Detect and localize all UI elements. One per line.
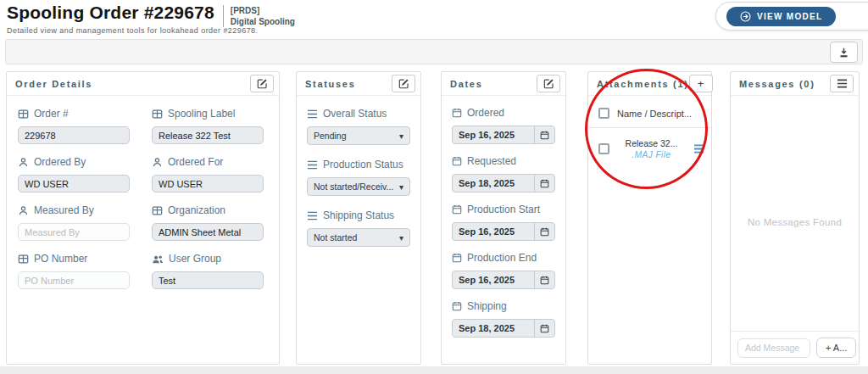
field-ordered-for: Ordered For [152,156,264,193]
field-shipping-date: Shipping Sep 18, 2025 [452,300,555,338]
edit-icon [398,78,409,89]
add-attachment-button[interactable]: + [689,75,713,92]
order-details-edit-button[interactable] [250,75,274,92]
statuses-edit-button[interactable] [392,75,415,92]
select-all-checkbox[interactable] [598,108,609,119]
messages-footer: + A... [731,331,859,364]
view-model-label: VIEW MODEL [757,12,822,21]
grid-icon [152,109,163,120]
field-label: Shipping [467,300,507,312]
attachment-menu-icon[interactable] [693,144,704,154]
production-end-date-input[interactable]: Sep 16, 2025 [452,271,555,289]
select-value: Pending [314,131,347,141]
download-icon [837,47,850,59]
ordered-by-input[interactable] [18,175,130,193]
production-status-select[interactable]: Not started/Receiv... [307,177,410,196]
po-number-input[interactable] [18,271,130,289]
field-label: User Group [169,253,221,265]
attachment-row[interactable]: Release 32... .MAJ File [588,136,711,161]
list-icon [307,211,318,220]
ordered-date-input[interactable]: Sep 16, 2025 [452,126,555,144]
field-label: Measured By [34,204,94,216]
field-production-status: Production Status Not started/Receiv... [307,159,410,196]
organization-input[interactable] [152,223,264,241]
field-shipping-status: Shipping Status Not started [307,209,410,247]
list-icon [307,160,318,170]
attachments-header: Attachments (1) + [588,72,711,96]
field-overall-status: Overall Status Pending [307,108,410,145]
spooling-label-input[interactable] [152,126,264,144]
view-model-container: VIEW MODEL [715,2,868,31]
user-group-input[interactable] [152,271,264,289]
order-details-form: Order # Spooling Label Ordered By Ordere… [7,96,279,301]
dates-edit-button[interactable] [537,75,560,92]
production-start-date-input[interactable]: Sep 16, 2025 [452,222,555,241]
field-label: Ordered For [168,156,223,168]
select-value: Not started/Receiv... [314,181,393,192]
shipping-date-input[interactable]: Sep 18, 2025 [452,319,555,338]
people-icon [152,254,164,265]
field-organization: Organization [152,204,264,241]
calendar-icon[interactable] [534,126,554,143]
menu-icon [837,79,848,88]
statuses-form: Overall Status Pending Production Status… [297,96,420,247]
measured-by-input[interactable] [18,223,130,241]
chevron-down-icon [399,232,403,243]
order-number-input[interactable] [18,126,130,144]
date-value: Sep 16, 2025 [453,275,534,285]
no-messages-text: No Messages Found [748,217,842,227]
statuses-panel: Statuses Overall Status Pending Producti… [296,71,421,365]
dates-form: Ordered Sep 16, 2025 Requested Sep 18, 2… [442,96,565,338]
field-label: Ordered [467,107,504,119]
calendar-icon[interactable] [534,320,554,337]
calendar-icon [452,108,462,118]
statuses-header: Statuses [297,72,420,96]
requested-date-input[interactable]: Sep 18, 2025 [452,174,555,193]
order-details-panel: Order Details Order # Spooling Label Ord… [6,71,280,365]
dates-title: Dates [450,79,482,89]
page-title: Spooling Order #229678 [7,3,214,23]
attachment-type: .MAJ File [617,149,686,161]
shipping-status-select[interactable]: Not started [307,228,410,247]
calendar-icon [452,301,462,311]
download-button[interactable] [830,42,858,63]
date-value: Sep 16, 2025 [453,226,534,237]
calendar-icon[interactable] [534,223,554,240]
statuses-title: Statuses [305,79,355,89]
messages-body: No Messages Found [731,96,859,298]
plus-icon: + [698,78,704,89]
field-label: Overall Status [323,108,387,120]
add-message-button[interactable]: + A... [816,338,856,358]
field-production-start-date: Production Start Sep 16, 2025 [452,204,555,241]
attachment-checkbox[interactable] [598,143,609,154]
field-user-group: User Group [152,253,264,289]
overall-status-select[interactable]: Pending [307,126,410,145]
edit-icon [257,78,268,89]
attachments-panel: Attachments (1) + Name / Descript... Rel… [587,71,712,365]
person-icon [152,157,163,168]
field-spooling-label: Spooling Label [152,108,264,144]
chevron-down-icon [399,131,403,141]
messages-panel: Messages (0) No Messages Found + A... [730,71,860,365]
add-message-input[interactable] [737,338,810,358]
app-badge: [PRDS] Digital Spooling [223,5,295,27]
messages-menu-button[interactable] [830,75,854,92]
calendar-icon[interactable] [534,175,554,192]
ordered-for-input[interactable] [152,175,264,193]
list-icon [307,109,318,119]
page-header: Spooling Order #229678 [PRDS] Digital Sp… [7,3,295,27]
field-label: Requested [467,155,516,167]
order-details-header: Order Details [7,72,279,96]
toolbar [5,39,863,64]
view-model-button[interactable]: VIEW MODEL [726,7,836,26]
date-value: Sep 16, 2025 [453,130,534,140]
field-label: Organization [168,204,225,216]
field-ordered-date: Ordered Sep 16, 2025 [452,107,555,144]
field-label: Production Start [467,204,540,215]
grid-icon [18,109,29,120]
calendar-icon [452,204,462,215]
calendar-icon[interactable] [534,271,554,288]
date-value: Sep 18, 2025 [453,323,534,333]
bottom-strip [0,366,868,374]
app-badge-code: [PRDS] [231,5,295,16]
